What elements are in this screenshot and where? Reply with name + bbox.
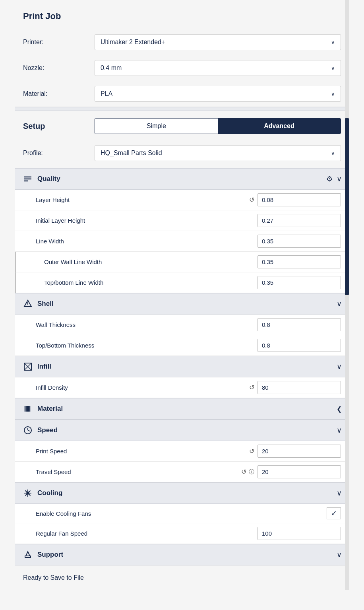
nozzle-label: Nozzle: [23, 64, 95, 72]
enable-cooling-fans-checkbox[interactable]: ✓ [327, 507, 341, 519]
setup-row: Setup Simple Advanced [15, 111, 349, 141]
shell-chevron-icon[interactable]: ∨ [337, 299, 342, 308]
printer-label: Printer: [23, 39, 95, 46]
material-section-icon [22, 403, 33, 414]
initial-layer-height-value[interactable] [258, 214, 341, 227]
svg-line-15 [28, 430, 30, 431]
enable-cooling-fans-label: Enable Cooling Fans [36, 510, 323, 517]
travel-speed-value[interactable] [258, 466, 341, 478]
topbottom-line-width-input[interactable]: mm [258, 276, 341, 289]
infill-density-input[interactable]: % [258, 381, 341, 394]
support-icon [22, 549, 33, 560]
quality-section-label: Quality [37, 175, 326, 183]
speed-header[interactable]: Speed ∨ [15, 420, 349, 441]
travel-speed-warning-icon[interactable]: ⓘ [249, 468, 254, 476]
infill-section-label: Infill [37, 363, 337, 371]
wall-thickness-row: Wall Thickness mm [15, 315, 349, 335]
layer-height-reset-icon[interactable]: ↺ [249, 196, 254, 204]
print-speed-reset-icon[interactable]: ↺ [249, 447, 254, 455]
regular-fan-speed-row: Regular Fan Speed % [15, 523, 349, 544]
profile-row: Profile: HQ_Small Parts Solid ∨ [15, 141, 349, 168]
initial-layer-height-input[interactable]: mm [258, 214, 341, 227]
quality-header[interactable]: Quality ⚙ ∨ [15, 168, 349, 190]
quality-actions: ⚙ ∨ [326, 175, 342, 183]
print-speed-label: Print Speed [36, 448, 249, 455]
infill-density-label: Infill Density [36, 384, 249, 391]
infill-density-actions: ↺ [249, 384, 254, 391]
topbottom-line-width-value[interactable] [258, 276, 341, 289]
initial-layer-height-row: Initial Layer Height mm [15, 210, 349, 231]
regular-fan-speed-input[interactable]: % [258, 527, 341, 540]
profile-chevron-icon: ∨ [331, 150, 335, 156]
travel-speed-row: Travel Speed ↺ ⓘ mm/s [15, 462, 349, 482]
wall-thickness-value[interactable] [258, 319, 341, 331]
speed-icon [22, 425, 33, 436]
line-width-label: Line Width [36, 238, 254, 245]
print-speed-row: Print Speed ↺ mm/s [15, 441, 349, 462]
scrollbar[interactable] [345, 0, 349, 590]
nozzle-row: Nozzle: 0.4 mm ∨ [15, 55, 349, 81]
support-chevron-icon[interactable]: ∨ [337, 550, 342, 559]
infill-chevron-icon[interactable]: ∨ [337, 362, 342, 371]
initial-layer-height-label: Initial Layer Height [36, 217, 254, 224]
layer-height-value[interactable] [258, 194, 341, 206]
topbottom-thickness-row: Top/Bottom Thickness mm [15, 335, 349, 356]
outer-wall-line-width-row: Outer Wall Line Width mm [15, 252, 349, 272]
outer-wall-line-width-value[interactable] [258, 256, 341, 268]
support-section-label: Support [37, 551, 337, 559]
footer: Ready to Save to File [15, 565, 349, 590]
cooling-header[interactable]: Cooling ∨ [15, 482, 349, 504]
setup-label: Setup [23, 122, 95, 131]
profile-select[interactable]: HQ_Small Parts Solid ∨ [95, 145, 341, 161]
wall-thickness-label: Wall Thickness [36, 321, 254, 328]
wall-thickness-input[interactable]: mm [258, 318, 341, 331]
support-header[interactable]: Support ∨ [15, 544, 349, 565]
print-speed-input[interactable]: mm/s [258, 445, 341, 458]
material-section-label: Material [37, 405, 337, 413]
infill-density-reset-icon[interactable]: ↺ [249, 384, 254, 391]
infill-header[interactable]: Infill ∨ [15, 356, 349, 377]
shell-icon [22, 298, 33, 309]
line-width-input[interactable]: mm [258, 235, 341, 248]
checkbox-check-icon: ✓ [331, 509, 337, 518]
setup-advanced-button[interactable]: Advanced [218, 119, 341, 134]
svg-marker-22 [26, 552, 30, 556]
line-width-value[interactable] [258, 235, 341, 247]
printer-value: Ultimaker 2 Extended+ [101, 39, 165, 46]
topbottom-thickness-value[interactable] [258, 339, 341, 352]
scrollbar-thumb[interactable] [345, 118, 349, 295]
material-section-header[interactable]: Material ❮ [15, 398, 349, 420]
topbottom-thickness-input[interactable]: mm [258, 339, 341, 352]
outer-wall-line-width-label: Outer Wall Line Width [44, 258, 254, 265]
shell-header[interactable]: Shell ∨ [15, 293, 349, 315]
printer-select[interactable]: Ultimaker 2 Extended+ ∨ [95, 34, 341, 50]
divider-1 [15, 107, 349, 111]
regular-fan-speed-value[interactable] [258, 527, 341, 540]
material-row: Material: PLA ∨ [15, 81, 349, 107]
infill-density-value[interactable] [258, 381, 341, 394]
topbottom-line-width-row: Top/bottom Line Width mm [15, 272, 349, 293]
travel-speed-label: Travel Speed [36, 468, 241, 475]
setup-toggle-group: Simple Advanced [95, 118, 341, 134]
cooling-chevron-icon[interactable]: ∨ [337, 489, 342, 497]
layer-height-input[interactable]: mm [258, 193, 341, 206]
outer-wall-line-width-input[interactable]: mm [258, 255, 341, 268]
profile-value: HQ_Small Parts Solid [101, 150, 162, 157]
material-select[interactable]: PLA ∨ [95, 86, 341, 102]
travel-speed-reset-icon[interactable]: ↺ [241, 468, 246, 476]
speed-chevron-icon[interactable]: ∨ [337, 426, 342, 435]
regular-fan-speed-label: Regular Fan Speed [36, 530, 254, 537]
speed-section-label: Speed [37, 426, 337, 434]
setup-simple-button[interactable]: Simple [95, 119, 218, 134]
quality-chevron-icon[interactable]: ∨ [337, 175, 342, 183]
nozzle-chevron-icon: ∨ [331, 65, 335, 71]
infill-icon [22, 361, 33, 372]
travel-speed-input[interactable]: mm/s [258, 465, 341, 478]
cooling-icon [22, 488, 33, 499]
topbottom-thickness-label: Top/Bottom Thickness [36, 342, 254, 349]
material-chevron-icon[interactable]: ❮ [337, 405, 342, 413]
layer-height-row: Layer Height ↺ mm [15, 190, 349, 210]
print-speed-value[interactable] [258, 445, 341, 457]
quality-gear-icon[interactable]: ⚙ [326, 175, 333, 183]
nozzle-select[interactable]: 0.4 mm ∨ [95, 60, 341, 76]
